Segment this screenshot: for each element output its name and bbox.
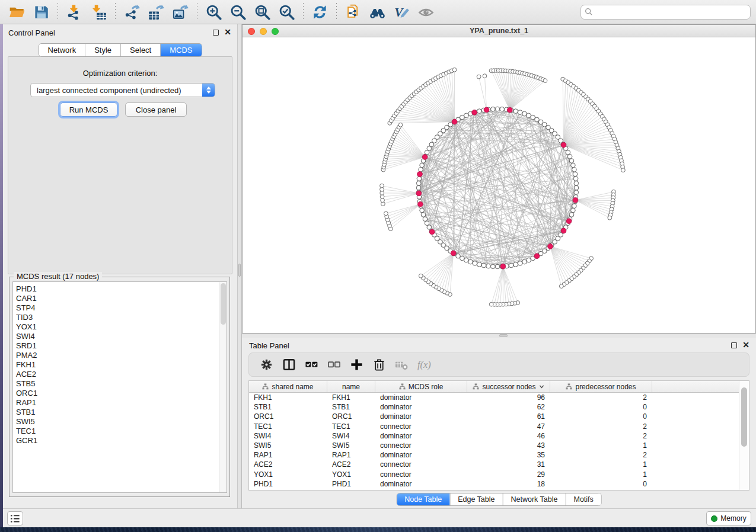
tab-edge-table[interactable]: Edge Table [449, 493, 502, 505]
tab-mcds[interactable]: MCDS [160, 44, 201, 56]
table-row[interactable]: ORC1ORC1dominator610 [249, 412, 739, 421]
mcds-result-item[interactable]: CAR1 [16, 294, 227, 303]
horizontal-splitter[interactable] [242, 334, 756, 338]
mcds-result-item[interactable]: TEC1 [16, 427, 227, 436]
search-input[interactable] [580, 5, 751, 20]
table-row[interactable]: FKH1FKH1dominator962 [249, 393, 739, 402]
mcds-result-item[interactable]: SWI4 [16, 332, 227, 341]
mcds-result-item[interactable]: SRD1 [16, 341, 227, 351]
share-document-button[interactable] [341, 2, 365, 22]
table-row[interactable]: SWI5SWI5connector431 [249, 441, 739, 450]
save-session-button[interactable] [29, 2, 53, 22]
result-scrollbar[interactable] [219, 282, 227, 492]
float-panel-icon[interactable] [213, 30, 219, 36]
deselect-all-button[interactable] [323, 355, 345, 374]
close-panel-button[interactable]: Close panel [125, 102, 187, 117]
column-settings-button[interactable] [255, 355, 277, 374]
optimization-criterion-select[interactable]: largest connected component (undirected) [30, 83, 215, 97]
export-image-button[interactable] [168, 2, 193, 22]
table-row[interactable]: YOX1YOX1connector291 [249, 470, 739, 479]
export-network-button[interactable] [120, 2, 144, 22]
mcds-result-item[interactable]: FKH1 [16, 360, 227, 370]
cell: YOX1 [327, 470, 375, 479]
table-panel: Table Panel ✕ f(x) shared namenameMCDS r… [242, 338, 756, 508]
mcds-result-item[interactable]: STP4 [16, 303, 227, 313]
table-row[interactable]: ACE2ACE2connector311 [249, 460, 739, 469]
close-window-icon[interactable] [248, 28, 255, 35]
mcds-result-item[interactable]: PMA2 [16, 351, 227, 360]
column-header-name[interactable]: name [327, 381, 375, 392]
network-search-button[interactable] [365, 2, 390, 22]
mcds-result-item[interactable]: YOX1 [16, 322, 227, 332]
mcds-result-item[interactable]: ORC1 [16, 389, 227, 398]
main-toolbar: V [0, 0, 756, 24]
zoom-in-button[interactable] [202, 2, 226, 22]
cell: ORC1 [327, 412, 375, 421]
cell: 2 [550, 451, 652, 459]
maximize-window-icon[interactable] [272, 28, 279, 35]
export-table-button[interactable] [144, 2, 168, 22]
open-file-button[interactable] [5, 2, 29, 22]
column-header-MCDS-role[interactable]: MCDS role [375, 381, 467, 392]
cell: STB1 [327, 403, 375, 411]
mcds-result-item[interactable]: PHD1 [16, 284, 227, 294]
table-row[interactable]: RAP1RAP1dominator352 [249, 450, 739, 460]
export-table-icon [148, 4, 164, 20]
tab-motifs[interactable]: Motifs [565, 493, 601, 505]
mcds-result-item[interactable]: STB5 [16, 379, 227, 389]
column-header-predecessor-nodes[interactable]: predecessor nodes [550, 381, 652, 392]
sort-desc-icon [539, 384, 544, 389]
export-network-icon [124, 4, 140, 20]
show-hide-button[interactable] [414, 2, 438, 22]
minimize-window-icon[interactable] [260, 28, 267, 35]
mcds-result-item[interactable]: GCR1 [16, 436, 227, 446]
refresh-button[interactable] [308, 2, 332, 22]
cell: 18 [467, 480, 550, 488]
cell: RAP1 [327, 451, 375, 459]
table-row[interactable]: TEC1TEC1connector472 [249, 422, 739, 431]
cell: TEC1 [249, 422, 327, 431]
mcds-result-item[interactable]: SWI5 [16, 417, 227, 427]
zoom-selected-button[interactable] [275, 2, 299, 22]
tab-network[interactable]: Network [39, 44, 85, 56]
network-canvas[interactable] [243, 37, 755, 333]
column-header-shared-name[interactable]: shared name [249, 381, 327, 392]
table-row[interactable]: PHD1PHD1dominator180 [249, 479, 739, 489]
mcds-result-item[interactable]: STB1 [16, 408, 227, 417]
import-table-button[interactable] [87, 2, 111, 22]
mcds-result-item[interactable]: TID3 [16, 313, 227, 322]
zoom-fit-button[interactable] [250, 2, 275, 22]
memory-button[interactable]: Memory [706, 511, 751, 525]
select-all-button[interactable] [300, 355, 323, 374]
float-table-panel-icon[interactable] [731, 342, 737, 348]
import-network-button[interactable] [62, 2, 87, 22]
table-row[interactable]: STB1STB1dominator620 [249, 402, 739, 412]
mcds-result-item[interactable]: RAP1 [16, 398, 227, 408]
tab-style[interactable]: Style [85, 44, 120, 56]
close-table-panel-icon[interactable]: ✕ [742, 342, 749, 348]
mcds-result-item[interactable]: ACE2 [16, 370, 227, 379]
list-icon [9, 513, 21, 524]
zoom-out-button[interactable] [226, 2, 250, 22]
vertical-splitter[interactable] [237, 24, 242, 508]
vizmapper-button[interactable]: V [390, 2, 414, 22]
cell: 43 [467, 441, 550, 450]
cell: connector [375, 460, 467, 469]
tab-select[interactable]: Select [120, 44, 160, 56]
tab-node-table[interactable]: Node Table [397, 493, 449, 505]
close-panel-icon[interactable]: ✕ [224, 29, 231, 35]
toolbar-separator [58, 3, 58, 21]
add-column-button[interactable] [345, 355, 368, 374]
cell: dominator [375, 393, 467, 402]
table-row[interactable]: SWI4SWI4dominator462 [249, 431, 739, 441]
mcds-result-list[interactable]: PHD1CAR1STP4TID3YOX1SWI4SRD1PMA2FKH1ACE2… [12, 281, 227, 493]
tab-network-table[interactable]: Network Table [503, 493, 566, 505]
table-scrollbar[interactable] [739, 381, 749, 490]
run-mcds-button[interactable]: Run MCDS [60, 102, 117, 117]
column-header-successor-nodes[interactable]: successor nodes [467, 381, 550, 392]
cell: 2 [550, 422, 652, 431]
delete-column-button[interactable] [368, 355, 390, 374]
export-image-icon [173, 4, 189, 20]
show-columns-button[interactable] [277, 355, 300, 374]
panel-menu-button[interactable] [7, 511, 23, 525]
